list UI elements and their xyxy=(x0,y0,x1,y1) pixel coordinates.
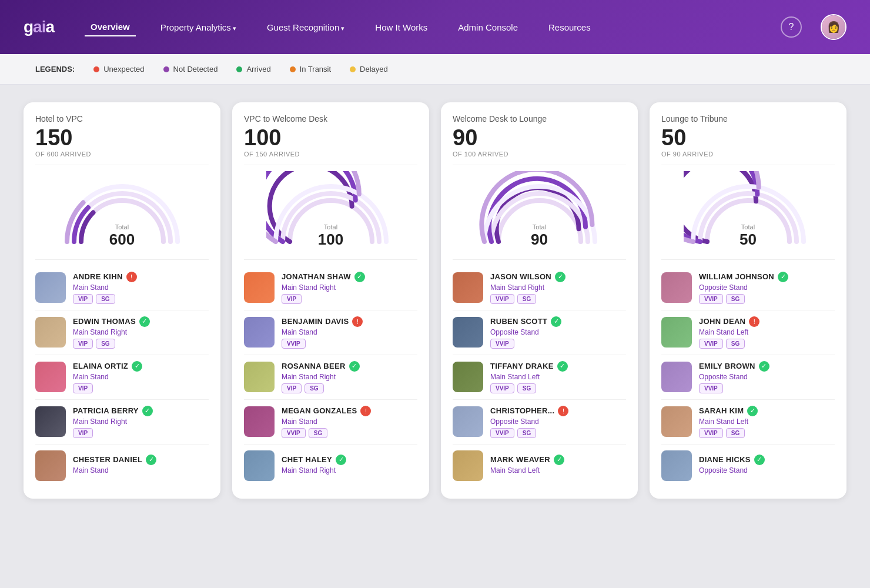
person-tag: VVIP xyxy=(282,339,306,349)
person-info: CHET HALEY ✓ Main Stand Right xyxy=(282,455,417,477)
person-card[interactable]: CHET HALEY ✓ Main Stand Right xyxy=(244,445,417,487)
column-subtitle: OF 600 ARRIVED xyxy=(35,151,209,158)
person-card[interactable]: PATRICIA BERRY ✓ Main Stand Right VIP xyxy=(35,400,209,445)
person-name: CHRISTOPHER... xyxy=(490,406,554,415)
person-tag: VIP xyxy=(73,383,93,393)
nav-resources[interactable]: Resources xyxy=(543,19,597,36)
legend-in-transit: In Transit xyxy=(290,65,331,74)
person-location: Main Stand Right xyxy=(73,328,209,336)
user-avatar[interactable]: 👩 xyxy=(821,14,846,40)
nav-how-it-works[interactable]: How It Works xyxy=(369,19,433,36)
column-title: Hotel to VPC xyxy=(35,114,209,123)
legends-bar: LEGENDS: Unexpected Not Detected Arrived… xyxy=(0,54,870,85)
divider xyxy=(244,165,417,165)
person-name-row: TIFFANY DRAKE ✓ xyxy=(490,361,626,372)
person-tag: VIP xyxy=(73,339,93,349)
status-icon: ✓ xyxy=(354,272,365,282)
help-button[interactable]: ? xyxy=(781,16,802,38)
person-card[interactable]: ELAINA ORTIZ ✓ Main Stand VIP xyxy=(35,355,209,400)
person-name: EMILY BROWN xyxy=(699,362,755,370)
person-card[interactable]: SARAH KIM ✓ Main Stand Left VVIPSG xyxy=(661,400,835,445)
person-info: ROSANNA BEER ✓ Main Stand Right VIPSG xyxy=(282,361,417,393)
status-icon: ! xyxy=(126,272,137,282)
person-card[interactable]: ANDRE KIHN ! Main Stand VIPSG xyxy=(35,266,209,310)
status-icon: ! xyxy=(360,406,371,416)
person-card[interactable]: MARK WEAVER ✓ Main Stand Left xyxy=(453,445,626,487)
gauge-total: Total 50 xyxy=(740,223,757,249)
person-card[interactable]: JOHN DEAN ! Main Stand Left VVIPSG xyxy=(661,310,835,355)
person-name: SARAH KIM xyxy=(699,406,744,415)
person-photo xyxy=(453,362,483,392)
divider-2 xyxy=(661,259,835,260)
person-card[interactable]: TIFFANY DRAKE ✓ Main Stand Left VVIPSG xyxy=(453,355,626,400)
person-tag: VVIP xyxy=(699,383,723,393)
person-location: Opposite Stand xyxy=(699,466,835,475)
logo[interactable]: gaia xyxy=(24,18,54,36)
gauge-total-num: 600 xyxy=(109,230,135,249)
nav-property-analytics[interactable]: Property Analytics xyxy=(155,19,242,36)
person-name: ELAINA ORTIZ xyxy=(73,362,128,370)
person-tag: SG xyxy=(517,428,536,438)
person-tag: SG xyxy=(309,428,327,438)
gauge-total-num: 100 xyxy=(318,230,343,249)
nav-guest-recognition[interactable]: Guest Recognition xyxy=(261,19,350,36)
person-name-row: JASON WILSON ✓ xyxy=(490,272,626,282)
person-card[interactable]: EMILY BROWN ✓ Opposite Stand VVIP xyxy=(661,355,835,400)
person-photo xyxy=(244,317,275,348)
unexpected-dot xyxy=(93,66,99,72)
person-photo xyxy=(661,272,692,303)
person-location: Main Stand xyxy=(73,373,209,381)
status-icon: ✓ xyxy=(142,406,153,416)
person-card[interactable]: DIANE HICKS ✓ Opposite Stand xyxy=(661,445,835,487)
person-info: MEGAN GONZALES ! Main Stand VVIPSG xyxy=(282,406,417,438)
divider xyxy=(453,165,626,165)
person-name-row: JOHN DEAN ! xyxy=(699,316,835,327)
person-tags: VVIPSG xyxy=(699,428,835,438)
person-card[interactable]: ROSANNA BEER ✓ Main Stand Right VIPSG xyxy=(244,355,417,400)
avatar-image: 👩 xyxy=(822,15,845,39)
person-tags: VIP xyxy=(73,428,209,438)
nav-admin-console[interactable]: Admin Console xyxy=(452,19,524,36)
person-card[interactable]: BENJAMIN DAVIS ! Main Stand VVIP xyxy=(244,310,417,355)
person-tag: SG xyxy=(517,383,536,393)
column-subtitle: OF 150 ARRIVED xyxy=(244,151,417,158)
person-location: Main Stand xyxy=(73,283,209,292)
person-location: Opposite Stand xyxy=(699,373,835,381)
person-card[interactable]: RUBEN SCOTT ✓ Opposite Stand VVIP xyxy=(453,310,626,355)
status-icon: ✓ xyxy=(754,455,765,465)
person-tag: SG xyxy=(96,294,115,304)
gauge-container: Total 600 xyxy=(35,171,209,253)
person-photo xyxy=(244,272,275,303)
gauge-total-num: 50 xyxy=(740,230,757,249)
gauge-total: Total 90 xyxy=(531,223,548,249)
navbar: gaia Overview Property Analytics Guest R… xyxy=(0,0,870,54)
person-name-row: ANDRE KIHN ! xyxy=(73,272,209,282)
person-tag: VIP xyxy=(73,294,93,304)
person-name-row: MARK WEAVER ✓ xyxy=(490,455,626,465)
person-name-row: BENJAMIN DAVIS ! xyxy=(282,316,417,327)
person-tag: SG xyxy=(304,383,323,393)
divider-2 xyxy=(244,259,417,260)
person-card[interactable]: JASON WILSON ✓ Main Stand Right VVIPSG xyxy=(453,266,626,310)
arrived-dot xyxy=(236,66,242,72)
person-card[interactable]: JONATHAN SHAW ✓ Main Stand Right VIP xyxy=(244,266,417,310)
person-photo xyxy=(453,272,483,303)
column-count: 150 xyxy=(35,126,209,151)
person-card[interactable]: WILLIAM JOHNSON ✓ Opposite Stand VVIPSG xyxy=(661,266,835,310)
person-name-row: EMILY BROWN ✓ xyxy=(699,361,835,372)
person-tags: VIPSG xyxy=(73,294,209,304)
gauge-container: Total 90 xyxy=(453,171,626,253)
nav-overview[interactable]: Overview xyxy=(85,18,136,36)
person-card[interactable]: EDWIN THOMAS ✓ Main Stand Right VIPSG xyxy=(35,310,209,355)
status-icon: ✓ xyxy=(146,455,156,465)
person-card[interactable]: CHESTER DANIEL ✓ Main Stand xyxy=(35,445,209,487)
person-tags: VIP xyxy=(73,383,209,393)
person-info: JONATHAN SHAW ✓ Main Stand Right VIP xyxy=(282,272,417,304)
person-card[interactable]: CHRISTOPHER... ! Opposite Stand VVIPSG xyxy=(453,400,626,445)
person-name: ANDRE KIHN xyxy=(73,272,123,281)
person-card[interactable]: MEGAN GONZALES ! Main Stand VVIPSG xyxy=(244,400,417,445)
person-location: Opposite Stand xyxy=(699,283,835,292)
person-tag: VIP xyxy=(282,383,302,393)
person-name-row: ROSANNA BEER ✓ xyxy=(282,361,417,372)
legend-arrived: Arrived xyxy=(236,65,270,74)
